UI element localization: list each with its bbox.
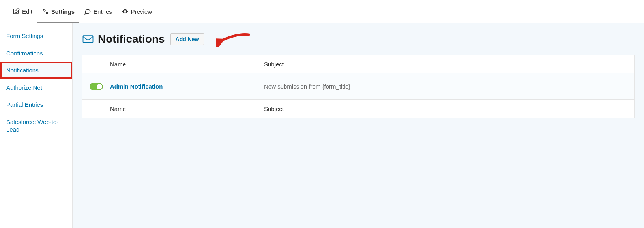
svg-rect-3 [83,36,93,43]
sidebar-item-label: Authorize.Net [6,84,42,91]
annotation-arrow-icon [216,31,252,47]
sidebar-item-notifications[interactable]: Notifications [0,62,72,79]
main: Notifications Add New Name Subject Admin… [73,23,644,228]
col-name-header[interactable]: Name [110,61,264,68]
envelope-icon [82,33,94,45]
page-header: Notifications Add New [82,33,635,45]
sidebar-item-label: Confirmations [6,50,43,57]
sidebar-item-label: Salesforce: Web-to-Lead [6,119,58,133]
sidebar-item-form-settings[interactable]: Form Settings [0,27,72,45]
col-subject-footer[interactable]: Subject [264,106,634,112]
sidebar-item-partial-entries[interactable]: Partial Entries [0,96,72,113]
layout: Form Settings Confirmations Notification… [0,23,644,228]
active-toggle[interactable] [90,83,103,90]
speech-bubble-icon [84,8,91,15]
notification-subject: New submission from {form_title} [264,83,634,90]
page-title-wrap: Notifications [82,33,165,45]
sidebar-item-label: Form Settings [6,32,43,39]
notifications-table: Name Subject Admin Notification New subm… [82,55,635,118]
table-header-row: Name Subject [82,55,634,73]
tab-preview[interactable]: Preview [117,0,157,23]
col-name-footer[interactable]: Name [110,106,264,112]
sidebar-item-label: Partial Entries [6,101,43,108]
add-new-button[interactable]: Add New [170,33,204,45]
col-subject-header[interactable]: Subject [264,61,634,68]
tab-settings[interactable]: Settings [37,0,79,23]
tab-edit[interactable]: Edit [8,0,37,23]
page-title: Notifications [98,33,165,45]
table-row: Admin Notification New submission from {… [82,73,634,100]
tab-entries[interactable]: Entries [79,0,117,23]
col-toggle [82,83,110,90]
topbar: Edit Settings Entries Preview [0,0,644,23]
tab-entries-label: Entries [94,8,112,15]
gears-icon [42,8,49,15]
pencil-square-icon [13,8,20,15]
sidebar-item-authorize-net[interactable]: Authorize.Net [0,79,72,96]
svg-point-0 [43,9,45,11]
eye-icon [122,8,129,15]
svg-point-1 [46,12,48,14]
sidebar-item-salesforce[interactable]: Salesforce: Web-to-Lead [0,113,72,138]
tab-edit-label: Edit [22,8,32,15]
notification-name-link[interactable]: Admin Notification [110,83,264,90]
sidebar: Form Settings Confirmations Notification… [0,23,73,228]
svg-point-2 [124,11,125,12]
sidebar-item-label: Notifications [6,67,39,73]
tab-preview-label: Preview [131,8,152,15]
table-footer-row: Name Subject [82,100,634,118]
sidebar-item-confirmations[interactable]: Confirmations [0,45,72,62]
tab-settings-label: Settings [51,8,75,15]
